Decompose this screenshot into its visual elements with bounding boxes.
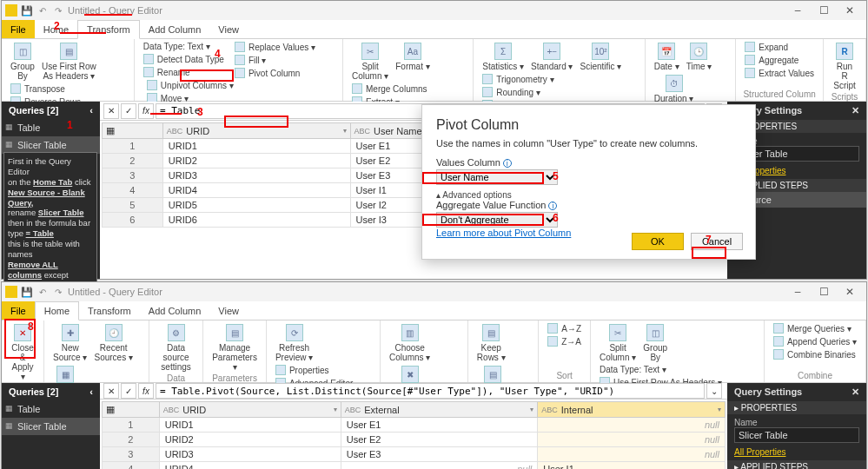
data-type-button[interactable]: Data Type: Text ▾: [596, 364, 726, 375]
col-header-internal[interactable]: ABCInternal▾: [538, 402, 726, 418]
aggregate-button[interactable]: Aggregate: [741, 54, 818, 66]
expand-button[interactable]: Expand: [741, 41, 818, 53]
refresh-preview-button[interactable]: ⟳Refresh Preview ▾: [272, 322, 316, 364]
standard-button[interactable]: +−Standard ▾: [527, 41, 576, 73]
maximize-button[interactable]: ☐: [811, 283, 837, 301]
undo-icon[interactable]: ↶: [36, 4, 49, 17]
formula-cancel-button[interactable]: ✕: [103, 103, 119, 119]
close-window-button[interactable]: ✕: [837, 2, 863, 19]
data-type-button[interactable]: Data Type: Text ▾: [140, 41, 228, 52]
maximize-button[interactable]: ☐: [811, 2, 837, 19]
formula-fx-button[interactable]: fx: [138, 383, 154, 399]
scientific-button[interactable]: 10²Scientific ▾: [576, 41, 625, 73]
data-source-settings-button[interactable]: ⚙Data source settings: [155, 322, 197, 373]
cell-external[interactable]: User E3: [341, 447, 538, 462]
col-header-urid[interactable]: ABCURID▾: [162, 123, 350, 139]
rename-button[interactable]: Rename: [140, 66, 228, 78]
tab-add-column[interactable]: Add Column: [140, 20, 210, 38]
col-header-external[interactable]: ABCExternal▾: [341, 402, 538, 418]
fill-button[interactable]: Fill ▾: [231, 54, 319, 66]
tab-file[interactable]: File: [2, 20, 35, 38]
properties-button[interactable]: Properties: [272, 364, 356, 376]
query-item-slicer-table[interactable]: Slicer Table: [2, 418, 100, 435]
formula-fx-button[interactable]: fx: [138, 103, 154, 119]
save-icon[interactable]: 💾: [21, 4, 33, 17]
split-column-button[interactable]: ✂Split Column ▾: [596, 322, 639, 364]
sort-desc-button[interactable]: Z→A: [544, 335, 585, 347]
format-button[interactable]: AaFormat ▾: [392, 41, 433, 73]
replace-values-button[interactable]: Replace Values ▾: [231, 41, 319, 53]
formula-expand-button[interactable]: ⌄: [706, 383, 722, 399]
time-button[interactable]: 🕒Time ▾: [683, 41, 716, 73]
cell-urid[interactable]: URID2: [162, 154, 350, 168]
choose-columns-button[interactable]: ▥Choose Columns ▾: [386, 322, 434, 364]
cell-external[interactable]: User E2: [341, 433, 538, 447]
formula-accept-button[interactable]: ✓: [121, 383, 136, 399]
minimize-button[interactable]: –: [785, 2, 811, 19]
close-window-button[interactable]: ✕: [837, 283, 863, 301]
merge-columns-button[interactable]: Merge Columns: [348, 83, 431, 95]
advanced-options-toggle[interactable]: Advanced options: [436, 190, 741, 200]
recent-sources-button[interactable]: 🕘Recent Sources ▾: [90, 322, 136, 364]
query-item-table[interactable]: Table: [2, 119, 100, 136]
split-column-button[interactable]: ✂Split Column ▾: [348, 41, 392, 83]
cell-internal[interactable]: null: [538, 418, 726, 433]
extract-values-button[interactable]: Extract Values: [741, 67, 818, 79]
undo-icon[interactable]: ↶: [36, 286, 49, 298]
cell-urid[interactable]: URID6: [162, 213, 350, 228]
merge-queries-button[interactable]: Merge Queries ▾: [770, 322, 860, 334]
statistics-button[interactable]: ΣStatistics ▾: [479, 41, 527, 73]
pivot-column-button[interactable]: Pivot Column: [231, 67, 319, 79]
run-r-script-button[interactable]: RRun R Script: [829, 41, 860, 92]
tab-file[interactable]: File: [2, 301, 35, 320]
minimize-button[interactable]: –: [785, 283, 811, 301]
cell-urid[interactable]: URID3: [162, 168, 350, 183]
close-settings-icon[interactable]: ✕: [851, 386, 859, 398]
trigonometry-button[interactable]: Trigonometry ▾: [479, 73, 557, 85]
date-button[interactable]: 📅Date ▾: [651, 41, 683, 73]
cell-internal[interactable]: null: [538, 433, 726, 447]
group-by-button[interactable]: ◫Group By: [7, 41, 38, 83]
cell-urid[interactable]: URID1: [159, 418, 341, 433]
queries-collapse-icon[interactable]: ‹: [89, 386, 93, 397]
applied-steps-header[interactable]: APPLIED STEPS: [727, 460, 866, 469]
formula-accept-button[interactable]: ✓: [121, 103, 136, 119]
all-properties-link[interactable]: All Properties: [734, 447, 785, 457]
cell-urid[interactable]: URID3: [159, 447, 341, 462]
info-icon[interactable]: i: [548, 201, 557, 210]
close-settings-icon[interactable]: ✕: [851, 105, 859, 116]
unpivot-columns-button[interactable]: Unpivot Columns ▾: [143, 79, 237, 91]
close-apply-button[interactable]: ✕Close & Apply ▾: [7, 322, 38, 383]
formula-input[interactable]: [156, 383, 705, 399]
duration-button[interactable]: ⏱Duration ▾: [651, 73, 698, 105]
query-item-slicer-table[interactable]: Slicer Table: [2, 136, 100, 154]
append-queries-button[interactable]: Append Queries ▾: [770, 335, 860, 347]
query-name-input[interactable]: [734, 427, 859, 443]
cell-urid[interactable]: URID5: [162, 198, 350, 213]
tab-home[interactable]: Home: [35, 20, 77, 38]
keep-rows-button[interactable]: ▤Keep Rows ▾: [474, 322, 509, 364]
tab-transform[interactable]: Transform: [79, 301, 140, 320]
formula-cancel-button[interactable]: ✕: [103, 383, 119, 399]
col-header-urid[interactable]: ABCURID▾: [159, 402, 341, 418]
cell-urid[interactable]: URID4: [159, 462, 341, 470]
cell-urid[interactable]: URID4: [162, 183, 350, 198]
first-row-headers-button[interactable]: ▤Use First Row As Headers ▾: [38, 41, 100, 83]
cell-internal[interactable]: null: [538, 447, 726, 462]
info-icon[interactable]: i: [503, 159, 512, 168]
sort-asc-button[interactable]: A→Z: [544, 322, 585, 334]
new-source-button[interactable]: ✚New Source ▾: [50, 322, 90, 364]
learn-more-link[interactable]: Learn more about Pivot Column: [436, 228, 571, 238]
tab-transform[interactable]: Transform: [77, 20, 140, 39]
manage-parameters-button[interactable]: ▤Manage Parameters ▾: [209, 322, 261, 373]
transpose-button[interactable]: Transpose: [7, 83, 84, 95]
aggregate-function-select[interactable]: Don't Aggregate: [436, 212, 558, 228]
detect-data-type-button[interactable]: Detect Data Type: [140, 53, 228, 65]
tab-add-column[interactable]: Add Column: [140, 301, 210, 320]
cell-external[interactable]: User E1: [341, 418, 538, 433]
tab-view[interactable]: View: [209, 20, 248, 38]
cell-external[interactable]: null: [341, 462, 538, 470]
properties-section-header[interactable]: PROPERTIES: [727, 401, 866, 414]
data-grid[interactable]: ▦ ABCURID▾ ABCExternal▾ ABCInternal▾ 1 U…: [102, 401, 726, 469]
query-item-table[interactable]: Table: [2, 400, 100, 418]
